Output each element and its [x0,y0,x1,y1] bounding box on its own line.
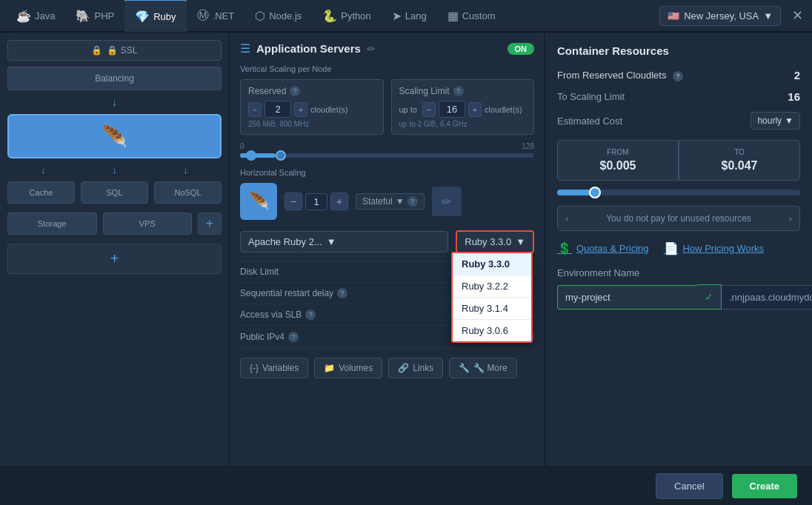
vps-button[interactable]: VPS [103,213,193,235]
flag-icon: 🇺🇸 [668,10,679,21]
scaling-limit-help-icon[interactable]: ? [453,86,464,96]
quotas-pricing-link[interactable]: 💲 Quotas & Pricing [557,241,649,255]
version-option-322[interactable]: Ruby 3.2.2 [453,275,531,298]
tab-python[interactable]: 🐍 Python [312,0,381,32]
node-count-control: − 1 + [284,193,348,210]
arrow-down-mid-icon: ↓ [112,164,117,175]
price-slider-fill [557,190,593,195]
section-header: ☰ Application Servers ✏ ON [240,41,534,56]
more-button[interactable]: 🔧 🔧 More [449,358,517,378]
up-to-label: up to [399,105,417,114]
env-check-icon[interactable]: ✓ [697,284,722,310]
tab-nodejs[interactable]: ⬡ Node.js [244,0,312,32]
reserved-cloudlets-value: 2 [794,69,800,81]
limit-decrement-button[interactable]: − [422,102,436,117]
scaling-limit-value[interactable]: 16 [439,101,465,118]
volumes-button[interactable]: 📁 Volumes [314,358,382,378]
reserved-cloudlets-help-icon[interactable]: ? [673,71,683,81]
next-arrow-icon[interactable]: › [788,213,792,224]
reserved-value[interactable]: 2 [264,101,291,118]
toggle-on-badge[interactable]: ON [508,43,535,55]
server-select[interactable]: Apache Ruby 2... ▼ [240,231,448,252]
reserved-help-icon[interactable]: ? [290,86,300,96]
count-increment-button[interactable]: + [330,193,348,210]
arrow-down-icon: ↓ [7,96,222,108]
version-option-330[interactable]: Ruby 3.3.0 [453,253,531,275]
net-icon: Ⓜ [197,8,209,24]
cost-period-select[interactable]: hourly ▼ [751,112,800,130]
sql-button[interactable]: SQL [81,181,148,204]
env-name-input[interactable] [557,285,697,310]
public-ipv4-help-icon[interactable]: ? [288,332,299,342]
sequential-restart-help-icon[interactable]: ? [337,288,347,298]
tab-net[interactable]: Ⓜ .NET [187,0,245,32]
how-pricing-link[interactable]: 📄 How Pricing Works [664,241,765,255]
tab-java[interactable]: ☕ Java [6,0,65,32]
cancel-button[interactable]: Cancel [656,473,722,499]
php-icon: 🐘 [76,9,90,23]
reserved-cloudlets-row: From Reserved Cloudlets ? 2 [557,69,800,81]
to-label: TO [687,148,792,156]
estimated-cost-label: Estimated Cost [557,116,622,127]
prev-arrow-icon[interactable]: ‹ [565,213,569,224]
toolbar: {-} Variables 📁 Volumes 🔗 Links 🔧 🔧 More [240,358,534,378]
cache-button[interactable]: Cache [7,181,75,204]
tab-php[interactable]: 🐘 PHP [65,0,124,32]
main-content: 🔒 🔒 SSL Balancing ↓ 🪶 ↓ ↓ ↓ Cache SQL No… [0,33,812,466]
tab-custom[interactable]: ▦ Custom [437,0,506,32]
price-slider-track[interactable] [557,190,800,195]
stateful-select[interactable]: Stateful ▼ ? [356,193,425,210]
menu-icon: ☰ [240,41,250,56]
scaling-limit-input-row: up to − 16 + cloudlet(s) [399,101,527,118]
environment-name-section: Environment Name ✓ .nnjpaas.cloudmydc.co… [557,267,800,310]
create-button[interactable]: Create [732,474,797,498]
server-row: Apache Ruby 2... ▼ Ruby 3.3.0 ▼ Ruby 3.3… [240,230,534,261]
ruby-small-node[interactable]: 🪶 [240,183,277,220]
reserved-decrement-button[interactable]: − [248,102,262,117]
count-decrement-button[interactable]: − [284,193,302,210]
version-select[interactable]: Ruby 3.3.0 ▼ Ruby 3.3.0 Ruby 3.2.2 Ruby … [456,230,534,253]
limit-increment-button[interactable]: + [468,102,482,117]
cloudlet-slider[interactable]: 0 128 [240,142,534,158]
right-panel: Container Resources From Reserved Cloudl… [545,33,812,466]
ruby-node[interactable]: 🪶 [7,114,222,158]
info-text: You do not pay for unused resources [606,213,751,224]
tab-ruby[interactable]: 💎 Ruby [124,0,186,32]
version-option-314[interactable]: Ruby 3.1.4 [453,298,531,320]
slider-track[interactable] [240,153,534,158]
ruby-icon: 💎 [135,10,150,24]
close-button[interactable]: ✕ [788,7,806,24]
region-selector[interactable]: 🇺🇸 New Jersey, USA ▼ [659,6,781,26]
access-slb-help-icon[interactable]: ? [305,310,316,320]
balancing-button[interactable]: Balancing [7,67,222,90]
stateful-help-icon[interactable]: ? [407,196,418,207]
variables-icon: {-} [250,363,259,373]
reserved-header: Reserved ? [248,86,376,96]
storage-button[interactable]: Storage [7,213,97,235]
price-slider[interactable] [557,190,800,195]
reserved-increment-button[interactable]: + [294,102,307,117]
tab-lang[interactable]: ➤ Lang [382,0,437,32]
nosql-button[interactable]: NoSQL [154,181,222,204]
add-group-button[interactable]: + [7,244,222,274]
version-dropdown: Ruby 3.3.0 Ruby 3.2.2 Ruby 3.1.4 Ruby 3.… [451,252,533,343]
left-panel: 🔒 🔒 SSL Balancing ↓ 🪶 ↓ ↓ ↓ Cache SQL No… [0,33,230,466]
chevron-down-icon: ▼ [785,116,793,126]
vertical-scaling-section: Vertical Scaling per Node Reserved ? − 2… [240,64,534,158]
edit-icon[interactable]: ✏ [367,43,376,55]
price-slider-handle[interactable] [589,187,601,198]
custom-icon: ▦ [447,9,459,23]
price-boxes: FROM $0.005 TO $0.047 [557,140,800,181]
add-node-button[interactable]: + [198,213,222,235]
ssl-bar[interactable]: 🔒 🔒 SSL [7,40,222,61]
variables-button[interactable]: {-} Variables [240,358,308,378]
version-option-306[interactable]: Ruby 3.0.6 [453,320,531,341]
lang-icon: ➤ [392,9,402,23]
slider-limit-handle[interactable] [276,150,286,161]
node-count-value[interactable]: 1 [305,193,327,210]
arrow-down-right-icon: ↓ [184,164,189,175]
slider-max-label: 128 [522,142,534,150]
arrow-down-left-icon: ↓ [41,164,46,175]
slider-reserved-handle[interactable] [246,150,256,161]
links-button[interactable]: 🔗 Links [388,358,443,378]
